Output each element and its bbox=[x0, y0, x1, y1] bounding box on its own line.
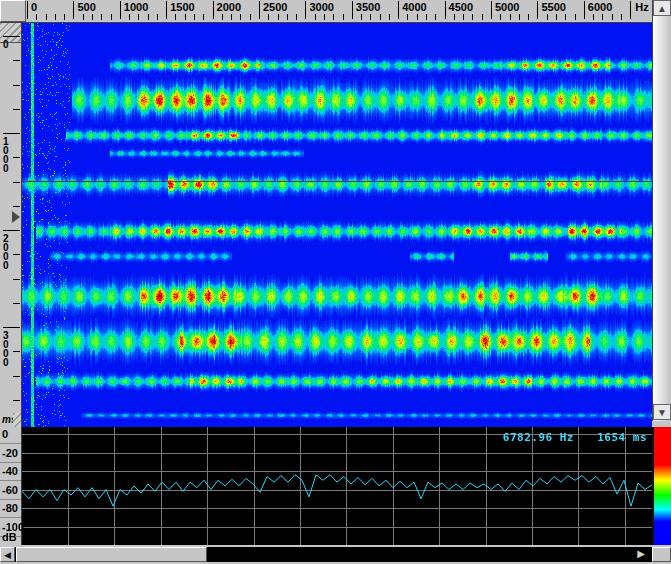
scroll-down-button[interactable]: ▼ bbox=[653, 404, 671, 420]
major-tick bbox=[398, 1, 399, 19]
minor-tick bbox=[417, 14, 418, 20]
frequency-tick-label: 3500 bbox=[356, 1, 380, 13]
minor-tick bbox=[83, 14, 84, 20]
color-scale-bar bbox=[652, 427, 671, 545]
minor-tick bbox=[361, 14, 362, 20]
major-tick bbox=[445, 1, 446, 19]
minor-tick bbox=[64, 14, 65, 20]
major-tick bbox=[584, 1, 585, 19]
frequency-tick-label: 5000 bbox=[495, 1, 519, 13]
minor-tick bbox=[296, 14, 297, 20]
spectrogram-app-window: 0500100015002000250030003500400045005000… bbox=[0, 0, 671, 564]
frequency-tick-label: 6000 bbox=[588, 1, 612, 13]
minor-tick bbox=[13, 60, 20, 61]
minor-tick bbox=[111, 14, 112, 20]
db-axis: 0-20-40-60-80-100dB bbox=[0, 427, 22, 545]
time-tick-label: 1000 bbox=[3, 137, 12, 173]
minor-tick bbox=[250, 14, 251, 20]
minor-tick bbox=[380, 14, 381, 20]
time-unit-cell: ms bbox=[0, 411, 21, 427]
minor-tick bbox=[621, 14, 622, 20]
frequency-tick-label: 5500 bbox=[541, 1, 565, 13]
minor-tick bbox=[175, 14, 176, 20]
minor-tick bbox=[13, 85, 20, 86]
minor-tick bbox=[519, 14, 520, 20]
ruler-corner-cell bbox=[0, 0, 26, 22]
frequency-readout: 6782.96 Hz bbox=[503, 431, 574, 444]
scroll-left-button[interactable]: ◀ bbox=[0, 547, 15, 562]
db-tick-label: -80 bbox=[2, 502, 18, 514]
major-tick bbox=[3, 133, 20, 134]
db-cell-divider bbox=[0, 462, 21, 463]
frequency-ruler[interactable]: 0500100015002000250030003500400045005000… bbox=[0, 0, 652, 23]
minor-tick bbox=[13, 206, 20, 207]
frequency-tick-label: 4500 bbox=[449, 1, 473, 13]
minor-tick bbox=[13, 109, 20, 110]
minor-tick bbox=[13, 182, 20, 183]
arrow-left-icon: ◀ bbox=[4, 550, 11, 560]
minor-tick bbox=[138, 14, 139, 20]
frequency-tick-label: 3000 bbox=[309, 1, 333, 13]
major-tick bbox=[73, 1, 74, 19]
minor-tick bbox=[46, 14, 47, 20]
minor-tick bbox=[343, 14, 344, 20]
minor-tick bbox=[324, 14, 325, 20]
frequency-tick-label: 1500 bbox=[170, 1, 194, 13]
minor-tick bbox=[454, 14, 455, 20]
minor-tick bbox=[593, 14, 594, 20]
minor-tick bbox=[92, 14, 93, 20]
minor-tick bbox=[426, 14, 427, 20]
minor-tick bbox=[389, 14, 390, 20]
scroll-up-button[interactable]: ▲ bbox=[653, 0, 671, 16]
minor-tick bbox=[36, 14, 37, 20]
major-tick bbox=[352, 1, 353, 19]
minor-tick bbox=[13, 254, 20, 255]
vertical-scrollbar[interactable]: ▲ ▼ bbox=[652, 0, 671, 421]
ruler-hatch-bottom bbox=[13, 413, 21, 427]
minor-tick bbox=[463, 14, 464, 20]
minor-tick bbox=[547, 14, 548, 20]
frequency-tick-label: 4000 bbox=[402, 1, 426, 13]
minor-tick bbox=[240, 14, 241, 20]
spectrum-plot-canvas[interactable] bbox=[22, 427, 652, 545]
minor-tick bbox=[55, 14, 56, 20]
minor-tick bbox=[148, 14, 149, 20]
frequency-tick-label: 0 bbox=[31, 1, 37, 13]
minor-tick bbox=[407, 14, 408, 20]
minor-tick bbox=[231, 14, 232, 20]
major-tick bbox=[630, 1, 631, 19]
time-readout: 1654 ms bbox=[597, 431, 647, 444]
major-tick bbox=[120, 1, 121, 19]
minor-tick bbox=[278, 14, 279, 20]
minor-tick bbox=[602, 14, 603, 20]
minor-tick bbox=[101, 14, 102, 20]
frequency-tick-label: 2000 bbox=[217, 1, 241, 13]
horizontal-scrollbar[interactable]: ◀ ▶ bbox=[0, 547, 671, 562]
minor-tick bbox=[435, 14, 436, 20]
minor-tick bbox=[13, 157, 20, 158]
minor-tick bbox=[203, 14, 204, 20]
db-tick-label: -60 bbox=[2, 484, 18, 496]
minor-tick bbox=[528, 14, 529, 20]
scroll-right-button[interactable]: ▶ bbox=[630, 547, 652, 562]
db-cell-divider bbox=[0, 480, 21, 481]
time-position-marker-icon[interactable] bbox=[12, 211, 20, 223]
spectrum-panel: 0-20-40-60-80-100dB 6782.96 Hz 1654 ms bbox=[0, 427, 652, 545]
db-unit-label: dB bbox=[2, 531, 17, 543]
frequency-tick-label: 500 bbox=[77, 1, 95, 13]
minor-tick bbox=[482, 14, 483, 20]
minor-tick bbox=[13, 303, 20, 304]
minor-tick bbox=[222, 14, 223, 20]
minor-tick bbox=[370, 14, 371, 20]
time-tick-label: 0 bbox=[3, 40, 12, 49]
time-ruler[interactable]: ms 0100020003000 bbox=[0, 23, 22, 427]
horizontal-scrollbar-thumb[interactable] bbox=[16, 547, 207, 562]
minor-tick bbox=[13, 351, 20, 352]
minor-tick bbox=[194, 14, 195, 20]
frequency-unit-label: Hz bbox=[635, 1, 648, 13]
minor-tick bbox=[268, 14, 269, 20]
minor-tick bbox=[13, 400, 20, 401]
minor-tick bbox=[13, 376, 20, 377]
spectrogram-canvas[interactable] bbox=[22, 23, 652, 427]
minor-tick bbox=[333, 14, 334, 20]
